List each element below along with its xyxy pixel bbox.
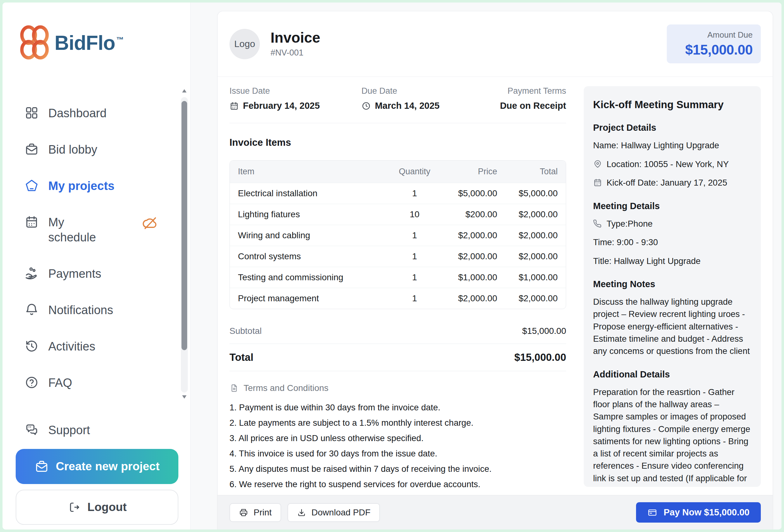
payment-terms-value: Due on Receipt (475, 101, 566, 111)
sidebar-item-support[interactable]: Support (16, 423, 178, 438)
total-row: Total $15,000.00 (229, 352, 566, 363)
sidebar-item-label: FAQ (48, 375, 72, 390)
sidebar-item-faq[interactable]: FAQ (16, 375, 178, 390)
column-header-quantity: Quantity (384, 161, 445, 183)
phone-icon (593, 219, 602, 228)
sidebar-item-label: My projects (48, 178, 114, 193)
divider (229, 343, 566, 344)
help-circle-icon (24, 375, 39, 390)
scrollbar-track[interactable] (181, 97, 188, 392)
meeting-title: Title: Hallway Light Upgrade (593, 255, 751, 268)
total-label: Total (229, 352, 253, 363)
invoice-items-heading: Invoice Items (229, 137, 566, 148)
logout-button[interactable]: Logout (16, 490, 178, 525)
sidebar-item-bid-lobby[interactable]: Bid lobby (16, 142, 178, 157)
sidebar-item-label: My schedule (48, 215, 105, 245)
price-cell: $1,000.00 (445, 267, 505, 288)
price-cell: $2,000.00 (445, 225, 505, 246)
item-cell: Electrical installation (230, 183, 384, 204)
pay-now-button[interactable]: Pay Now $15,000.00 (636, 502, 761, 523)
sidebar-item-label: Activities (48, 339, 95, 354)
invoice-meta-row: Issue Date February 14, 2025 Due Date Ma… (229, 86, 566, 111)
download-pdf-button[interactable]: Download PDF (287, 503, 380, 522)
credit-card-icon (647, 508, 657, 517)
app-shell: BidFlo™ Dashboard Bid lobby My pr (2, 2, 782, 530)
due-date-cell: Due Date March 14, 2025 (361, 86, 475, 111)
payment-terms-cell: Payment Terms Due on Receipt (475, 86, 566, 111)
sidebar-item-label: Bid lobby (48, 142, 97, 157)
amount-due-box: Amount Due $15,000.00 (667, 24, 761, 63)
main-area: Logo Invoice #NV-001 Amount Due $15,000.… (191, 2, 782, 530)
sidebar-nav: Dashboard Bid lobby My projects (16, 106, 178, 412)
grid-icon (24, 106, 39, 120)
sidebar-item-my-projects[interactable]: My projects (16, 178, 178, 193)
table-row: Wiring and cabling 1 $2,000.00 $2,000.00 (230, 225, 566, 246)
quantity-cell: 1 (384, 183, 445, 204)
sidebar-item-activities[interactable]: Activities (16, 339, 178, 354)
amount-due-label: Amount Due (675, 30, 753, 40)
sidebar-item-payments[interactable]: Payments (16, 266, 178, 281)
total-cell: $2,000.00 (505, 225, 566, 246)
sidebar-item-label: Support (48, 423, 90, 438)
page-title: Invoice (271, 30, 320, 45)
column-header-price: Price (445, 161, 505, 183)
total-cell: $2,000.00 (505, 246, 566, 267)
create-new-project-button[interactable]: Create new project (16, 449, 178, 484)
price-cell: $2,000.00 (445, 288, 505, 309)
terms-item: 5. Any disputes must be raised within 7 … (229, 464, 566, 474)
scroll-down-arrow-icon[interactable] (180, 393, 188, 401)
clock-icon (361, 101, 371, 111)
meeting-details-heading: Meeting Details (593, 201, 751, 211)
sidebar-item-label: Payments (48, 266, 101, 281)
chat-icon (24, 423, 39, 437)
quantity-cell: 1 (384, 246, 445, 267)
invoice-title-block: Invoice #NV-001 (271, 30, 320, 58)
subtotal-row: Subtotal $15,000.00 (229, 326, 566, 336)
bidflo-flower-icon (19, 24, 50, 61)
due-date-value: March 14, 2025 (361, 101, 475, 111)
issue-date-cell: Issue Date February 14, 2025 (229, 86, 361, 111)
divider (229, 123, 566, 123)
payment-terms-label: Payment Terms (475, 86, 566, 96)
brand-logo: BidFlo™ (19, 24, 178, 61)
project-details-heading: Project Details (593, 122, 751, 133)
company-logo-placeholder: Logo (229, 29, 260, 59)
calendar-icon (24, 215, 39, 229)
calendar-icon (229, 101, 239, 111)
sidebar-item-label: Notifications (48, 303, 113, 317)
invoice-header: Logo Invoice #NV-001 Amount Due $15,000.… (218, 11, 773, 77)
subtotal-label: Subtotal (229, 326, 262, 336)
price-cell: $5,000.00 (445, 183, 505, 204)
sidebar-item-my-schedule[interactable]: My schedule (16, 215, 178, 245)
invoice-card: Logo Invoice #NV-001 Amount Due $15,000.… (217, 11, 773, 530)
sidebar-item-dashboard[interactable]: Dashboard (16, 106, 178, 121)
subtotal-value: $15,000.00 (522, 326, 566, 336)
meeting-notes-heading: Meeting Notes (593, 279, 751, 289)
map-pin-icon (593, 160, 602, 169)
scroll-up-arrow-icon[interactable] (180, 87, 188, 95)
kickoff-summary-panel: Kick-off Meeting Summary Project Details… (584, 86, 761, 487)
terms-heading: Terms and Conditions (244, 383, 329, 393)
invoice-items-table: Item Quantity Price Total Electrical ins… (229, 160, 566, 309)
scrollbar-thumb[interactable] (181, 101, 187, 350)
bell-icon (24, 303, 39, 317)
history-icon (24, 339, 39, 353)
sidebar-item-notifications[interactable]: Notifications (16, 303, 178, 317)
brand-wordmark: BidFlo™ (55, 31, 123, 55)
additional-details-heading: Additional Details (593, 369, 751, 380)
table-row: Testing and commissioning 1 $1,000.00 $1… (230, 267, 566, 288)
terms-item: 6. We reserve the right to suspend servi… (229, 479, 566, 489)
issue-date-value: February 14, 2025 (229, 101, 361, 111)
item-cell: Project management (230, 288, 384, 309)
project-location: Location: 10055 - New York, NY (593, 158, 751, 171)
price-cell: $2,000.00 (445, 246, 505, 267)
total-cell: $5,000.00 (505, 183, 566, 204)
terms-item: 2. Late payments are subject to a 1.5% m… (229, 418, 566, 428)
table-row: Electrical installation 1 $5,000.00 $5,0… (230, 183, 566, 204)
cloud-off-icon (142, 215, 158, 231)
due-date-label: Due Date (361, 86, 475, 96)
sidebar-item-label: Dashboard (48, 106, 107, 121)
terms-item: 1. Payment is due within 30 days from th… (229, 402, 566, 413)
logout-icon (67, 501, 81, 514)
print-button[interactable]: Print (229, 503, 281, 522)
